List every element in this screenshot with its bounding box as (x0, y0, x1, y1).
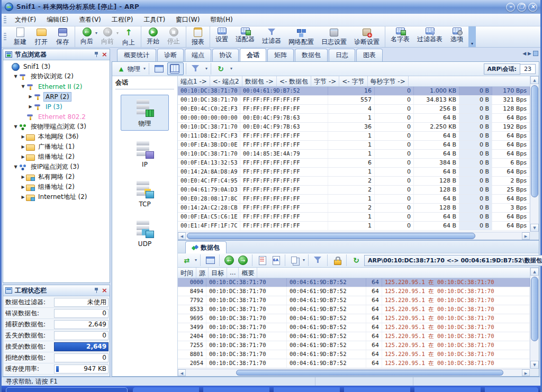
view-tab[interactable]: 端点 (185, 49, 211, 61)
toolbar-button[interactable]: 诊断设置 (350, 26, 383, 47)
session-row[interactable]: 00:E0:4C:FF:C4:95 FF:FF:FF:FF:FF:FF 2 0 … (178, 177, 530, 186)
toolbar-button[interactable]: ← 向后 (75, 26, 97, 47)
session-row[interactable]: 00:E0:4C:C0:2E:F3 FF:FF:FF:FF:FF:FF 4 0 … (178, 105, 530, 114)
packet-vertical-scrollbar[interactable]: ▲ ▼ (530, 268, 539, 369)
view-tab[interactable]: 会话 (240, 48, 266, 61)
packet-toolbar-button[interactable]: ↻ (346, 254, 363, 266)
packet-toolbar-button[interactable] (252, 254, 269, 266)
scroll-right-icon[interactable]: ▶ (522, 369, 530, 376)
session-row[interactable]: 00:10:DC:38:71:70 00:14:85:3E:4A:79 1 0 … (178, 150, 530, 159)
toolbar-overflow-chevron-icon[interactable]: ▾ (468, 26, 476, 47)
tree-expand-icon[interactable]: ▼ (13, 124, 19, 129)
session-row[interactable]: 00:0F:EA:3B:DD:0E FF:FF:FF:FF:FF:FF 1 0 … (178, 141, 530, 150)
tree-expand-icon[interactable]: ▶ (28, 104, 33, 109)
toolbar-button[interactable]: 设置 (210, 26, 232, 47)
tree-item[interactable]: Ethernet 802.2 (3, 112, 110, 122)
toolbar-button[interactable]: 名字表 (385, 26, 413, 47)
tab-scroll-left-icon[interactable]: ◀ (522, 51, 526, 56)
tree-item[interactable]: ▶ 组播地址 (2) (3, 152, 110, 162)
window-control-button[interactable]: – (506, 3, 515, 12)
session-vertical-scrollbar[interactable]: ▲ ▼ (530, 76, 539, 232)
packet-toolbar-button[interactable]: 6A (269, 254, 283, 266)
view-tab[interactable]: 数据包 (295, 49, 328, 61)
toolbar-button[interactable]: 适配器 (232, 26, 258, 47)
menu-item[interactable]: 编辑(E) (41, 14, 74, 26)
tree-item[interactable]: ▶ 组播地址 (2) (3, 182, 110, 192)
tree-item[interactable]: ▼ Ethernet II (2) (3, 81, 110, 92)
view-tab[interactable]: 日志 (329, 49, 355, 61)
toolbar-button[interactable]: 选项 (446, 26, 467, 47)
scrollbar-thumb[interactable] (531, 277, 538, 341)
scroll-down-icon[interactable]: ▼ (530, 224, 539, 232)
session-toolbar-button[interactable] (149, 63, 167, 75)
toolbar-button[interactable]: 过滤器 (258, 26, 285, 47)
packet-horizontal-scrollbar[interactable]: ◀ ▶ (178, 369, 530, 376)
view-tab[interactable]: 协议 (212, 49, 239, 61)
packet-row[interactable]: 3499 00:10:DC:38:71:70 00:04:61:9D:B7:52… (178, 323, 530, 332)
scrollbar-thumb[interactable] (531, 85, 538, 197)
packet-row[interactable]: 2404 00:10:DC:38:71:70 00:04:61:9D:B7:52… (178, 332, 530, 341)
session-toolbar-button[interactable]: ↻ (211, 63, 233, 75)
tree-item[interactable]: ▼ 按协议浏览 (2) (3, 71, 110, 81)
scrollbar-thumb[interactable] (236, 370, 503, 376)
session-type-item[interactable]: TCP (121, 177, 169, 210)
menu-item[interactable]: 窗口(W) (170, 14, 205, 26)
packet-row[interactable]: 8801 00:10:DC:38:71:70 00:04:61:9D:B7:52… (178, 350, 530, 359)
packet-toolbar-button[interactable]: ⇄ (180, 254, 198, 266)
session-row[interactable]: 00:14:2A:C2:28:CB FF:FF:FF:FF:FF:FF 2 0 … (178, 204, 530, 213)
column-header[interactable]: <- 字节 (339, 76, 367, 86)
column-header[interactable]: 时间 (178, 268, 196, 278)
session-row[interactable]: 00:0F:EA:13:32:53 FF:FF:FF:FF:FF:FF 6 0 … (178, 159, 530, 168)
tree-item[interactable]: ▶ 本地网段 (36) (3, 132, 110, 142)
column-header[interactable]: <- 数据包 (277, 76, 311, 86)
session-row[interactable]: 00:10:DC:38:71:70 00:E0:4C:F9:7B:63 36 0… (178, 123, 530, 132)
window-control-button[interactable]: ❐ (517, 3, 526, 12)
session-toolbar-button[interactable] (167, 62, 184, 75)
packet-row[interactable]: 0000 00:10:DC:38:71:70 00:04:61:9D:B7:52… (178, 278, 530, 287)
packet-row[interactable]: 8533 00:10:DC:38:71:70 00:04:61:9D:B7:52… (178, 305, 530, 314)
menu-item[interactable]: 帮助(H) (205, 14, 238, 26)
tab-pin-icon[interactable] (533, 51, 538, 56)
tree-item[interactable]: ▶ ARP (2) (3, 92, 110, 102)
toolbar-button[interactable]: ▶ 开始 (141, 26, 163, 47)
tree-expand-icon[interactable]: ▶ (20, 154, 26, 159)
menu-item[interactable]: 文件(F) (10, 14, 41, 26)
pin-icon[interactable] (94, 287, 99, 294)
tree-expand-icon[interactable]: ▶ (20, 134, 26, 139)
packet-toolbar-button[interactable] (200, 254, 217, 266)
column-header[interactable]: 端点1 -> (178, 76, 210, 86)
tree-expand-icon[interactable]: ▶ (20, 144, 26, 149)
toolbar-button[interactable]: 过滤器表 (413, 26, 446, 47)
tree-item[interactable]: ▶ IP (3) (3, 102, 110, 112)
view-tab[interactable]: 概要统计 (117, 49, 156, 61)
toolbar-button[interactable]: 新建 (10, 26, 31, 47)
packet-toolbar-button[interactable] (308, 254, 325, 266)
scroll-down-icon[interactable]: ▼ (530, 361, 539, 369)
toolbar-button[interactable]: 报表 (186, 26, 208, 47)
packet-row[interactable]: 9695 00:10:DC:38:71:70 00:04:61:9D:B7:52… (178, 314, 530, 323)
tree-item[interactable]: ▼ 按IP端点浏览 (3) (3, 162, 110, 172)
scroll-up-icon[interactable]: ▲ (530, 76, 539, 84)
column-header[interactable]: <- 端点2 (210, 76, 242, 86)
pin-icon[interactable] (94, 51, 99, 58)
scroll-left-icon[interactable]: ◀ (178, 232, 186, 240)
windows-taskbar[interactable] (2, 386, 540, 392)
toolbar-button[interactable]: ■ 停止 (163, 26, 184, 47)
tree-expand-icon[interactable]: ▶ (20, 185, 26, 189)
view-tab[interactable]: 诊断 (157, 49, 184, 61)
column-header[interactable]: 数据包 -> (242, 76, 277, 86)
tree-expand-icon[interactable]: ▼ (20, 84, 26, 89)
menu-item[interactable]: 工程(P) (106, 14, 139, 26)
toolbar-button[interactable]: 日志设置 (318, 26, 350, 47)
packet-toolbar-button[interactable]: ← (219, 254, 236, 266)
tab-scroll-right-icon[interactable]: ▶ (528, 51, 531, 56)
session-row[interactable]: 00:04:61:79:0A:D3 FF:FF:FF:FF:FF:FF 2 0 … (178, 186, 530, 195)
packet-row[interactable]: 7255 00:10:DC:38:71:70 00:04:61:9D:B7:52… (178, 341, 530, 350)
session-toolbar-button[interactable]: ▲ 物理 (114, 63, 147, 75)
session-row[interactable]: 00:E0:28:08:17:8C FF:FF:FF:FF:FF:FF 1 0 … (178, 195, 530, 204)
tree-item[interactable]: ▶ 私有网络 (2) (3, 172, 110, 182)
packet-toolbar-button[interactable] (285, 254, 306, 266)
window-control-button[interactable]: × (528, 3, 537, 12)
view-tab[interactable]: 矩阵 (267, 49, 294, 61)
toolbar-button[interactable]: ↑ 向上 (118, 26, 139, 47)
